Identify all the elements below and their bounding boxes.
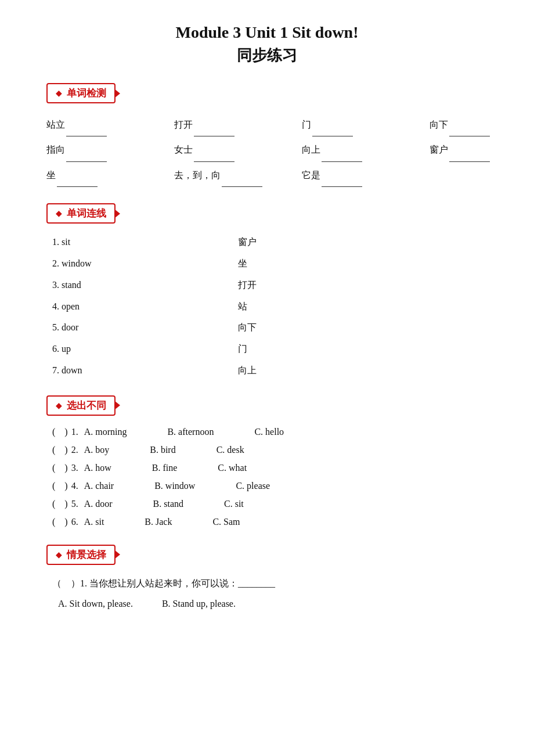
vocab-blank-line — [322, 139, 362, 161]
choice-option: C. what — [218, 463, 247, 473]
choice-option: B. Jack — [145, 517, 172, 527]
title-chinese: 同步练习 — [46, 45, 488, 66]
choice-option: B. window — [154, 481, 195, 491]
choice-options: A. sitB. JackC. Sam — [84, 517, 258, 527]
list-item: （ ）1. 当你想让别人站起来时，你可以说：________A. Sit dow… — [52, 575, 488, 613]
vocab-label: 窗户 — [430, 139, 448, 161]
vocab-label: 去，到，向 — [174, 164, 221, 186]
choice-option: C. desk — [217, 445, 244, 455]
vocab-item: 向上 — [302, 139, 400, 161]
vocab-item: 女士 — [174, 139, 273, 161]
choice-option: A. door — [84, 499, 113, 509]
choice-option: A. sit — [84, 517, 104, 527]
word-right: 向上 — [238, 362, 257, 379]
choice-option: A. morning — [84, 427, 127, 437]
vocab-item: 向下 — [430, 114, 528, 136]
vocab-item: 指向 — [46, 139, 145, 161]
section4-title: 情景选择 — [67, 548, 106, 561]
choice-options: A. morningB. afternoonC. hello — [84, 427, 301, 437]
vocab-label: 向下 — [430, 114, 448, 136]
section-word-match: ◆ 单词连线 1. sit窗户2. window坐3. stand打开4. op… — [46, 203, 488, 379]
vocab-label: 站立 — [46, 114, 65, 136]
word-right: 站 — [238, 298, 247, 315]
word-left: 5. door — [52, 319, 168, 336]
vocab-blank-line — [222, 164, 262, 187]
vocab-item: 门 — [302, 114, 400, 136]
vocab-blank-line — [449, 114, 490, 136]
section4-header: ◆ 情景选择 — [46, 545, 116, 565]
list-item: 5. door向下 — [52, 319, 488, 336]
list-item: 6. up门 — [52, 341, 488, 358]
scenario-option: B. Stand up, please. — [162, 596, 236, 613]
choice-option: C. hello — [254, 427, 284, 437]
choice-bracket: ( ) — [52, 498, 68, 510]
choice-num: 5. — [71, 499, 78, 509]
word-right: 打开 — [238, 277, 257, 294]
list-item: 4. open站 — [52, 298, 488, 315]
choice-options: A. chairB. windowC. please — [84, 481, 287, 491]
choice-option: C. please — [236, 481, 270, 491]
section-scenario: ◆ 情景选择 （ ）1. 当你想让别人站起来时，你可以说：________A. … — [46, 545, 488, 613]
choice-num: 6. — [71, 517, 78, 527]
vocab-item: 坐 — [46, 164, 145, 187]
word-left: 6. up — [52, 341, 168, 358]
vocab-blank-line — [194, 139, 234, 161]
word-left: 2. window — [52, 255, 168, 272]
scenario-options: A. Sit down, please.B. Stand up, please. — [58, 596, 488, 613]
choice-option: A. boy — [84, 445, 110, 455]
word-left: 1. sit — [52, 234, 168, 251]
choice-option: B. bird — [150, 445, 175, 455]
section2-title: 单词连线 — [67, 207, 106, 220]
vocab-label: 向上 — [302, 139, 320, 161]
vocab-item: 站立 — [46, 114, 145, 136]
list-item: ( )3. A. howB. fineC. what — [52, 462, 488, 474]
section-odd-one-out: ◆ 选出不同 ( )1. A. morningB. afternoonC. he… — [46, 395, 488, 528]
choice-bracket: ( ) — [52, 516, 68, 528]
choice-option: B. stand — [153, 499, 183, 509]
vocab-blank-line — [312, 114, 353, 136]
word-right: 门 — [238, 341, 247, 358]
section-vocab-detection: ◆ 单词检测 站立 打开 门 向下 指向 女士 向上 窗户 坐 去，到，向 它是 — [46, 83, 488, 187]
vocab-row: 指向 女士 向上 窗户 — [46, 139, 488, 161]
choice-num: 3. — [71, 463, 78, 473]
page-title: Module 3 Unit 1 Sit down! 同步练习 — [46, 23, 488, 66]
vocab-label: 打开 — [174, 114, 193, 136]
vocab-label: 指向 — [46, 139, 65, 161]
choice-options: A. doorB. standC. sit — [84, 499, 261, 509]
choice-option: C. sit — [224, 499, 244, 509]
choice-option: C. Sam — [212, 517, 240, 527]
list-item: ( )1. A. morningB. afternoonC. hello — [52, 426, 488, 438]
vocab-item: 窗户 — [430, 139, 528, 161]
vocab-blank-line — [57, 164, 98, 187]
scenario-question: （ ）1. 当你想让别人站起来时，你可以说：________ — [52, 575, 488, 592]
choice-option: B. afternoon — [167, 427, 214, 437]
choice-bracket: ( ) — [52, 480, 68, 492]
word-right: 坐 — [238, 255, 247, 272]
vocab-row: 坐 去，到，向 它是 — [46, 164, 488, 187]
section3-header: ◆ 选出不同 — [46, 395, 116, 416]
vocab-item: 去，到，向 — [174, 164, 273, 187]
vocab-label: 它是 — [302, 164, 320, 186]
vocab-item: 打开 — [174, 114, 273, 136]
list-item: 7. down向上 — [52, 362, 488, 379]
diamond-icon: ◆ — [56, 88, 62, 98]
choice-num: 1. — [71, 427, 78, 437]
section1-title: 单词检测 — [67, 87, 106, 100]
section2-header: ◆ 单词连线 — [46, 203, 116, 224]
vocab-row: 站立 打开 门 向下 — [46, 114, 488, 136]
choice-options: A. howB. fineC. what — [84, 463, 264, 473]
choice-num: 2. — [71, 445, 78, 455]
list-item: ( )4. A. chairB. windowC. please — [52, 480, 488, 492]
vocab-label: 门 — [302, 114, 311, 136]
list-item: 2. window坐 — [52, 255, 488, 272]
choice-num: 4. — [71, 481, 78, 491]
scenario-list: （ ）1. 当你想让别人站起来时，你可以说：________A. Sit dow… — [52, 575, 488, 613]
diamond-icon3: ◆ — [56, 401, 62, 411]
title-english: Module 3 Unit 1 Sit down! — [46, 23, 488, 42]
word-left: 4. open — [52, 298, 168, 315]
vocab-blank-line — [66, 139, 107, 161]
list-item: ( )2. A. boyB. birdC. desk — [52, 444, 488, 456]
vocab-grid: 站立 打开 门 向下 指向 女士 向上 窗户 坐 去，到，向 它是 — [46, 114, 488, 187]
list-item: 3. stand打开 — [52, 277, 488, 294]
vocab-blank-line — [66, 114, 107, 136]
